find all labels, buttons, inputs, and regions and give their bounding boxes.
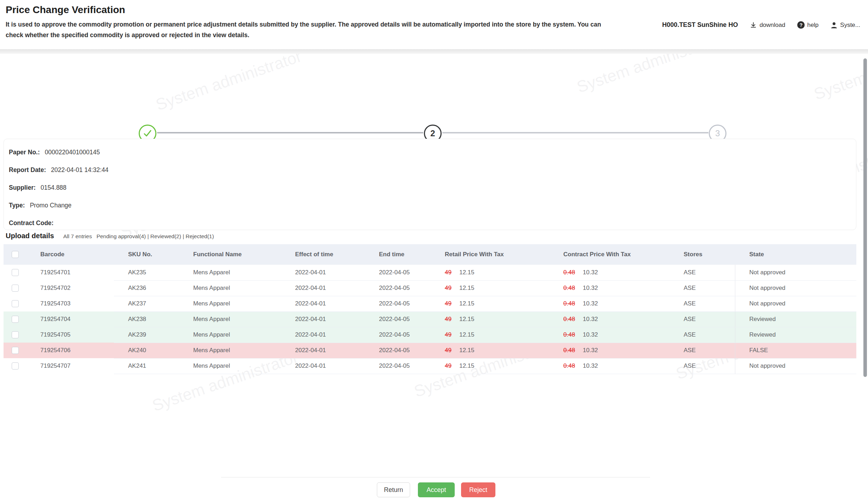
col-contract-price: Contract Price With Tax [549, 244, 669, 265]
retail-old-price: 49 [445, 316, 452, 322]
row-checkbox[interactable] [12, 269, 19, 276]
cell-stores: ASE [669, 296, 735, 311]
filter-all[interactable]: All 7 entries [63, 233, 92, 239]
field-label: Supplier: [9, 184, 36, 191]
page-header: Price Change Verification It is used to … [0, 0, 868, 49]
return-button[interactable]: Return [377, 482, 410, 497]
download-button[interactable]: download [750, 22, 785, 29]
retail-new-price: 12.15 [459, 285, 475, 291]
row-checkbox[interactable] [12, 300, 19, 307]
cell-effect-of-time: 2022-04-01 [281, 280, 365, 296]
field-contract-code: Contract Code: [9, 214, 856, 232]
cell-effect-of-time: 2022-04-01 [281, 311, 365, 327]
approval-stepper: 2 3 Pending approval In progress Purchas… [0, 54, 868, 138]
user-menu[interactable]: Syste... [830, 22, 860, 29]
cell-state: Not approved [735, 280, 856, 296]
upload-details-table: Barcode SKU No. Functional Name Effect o… [4, 244, 856, 374]
cell-stores: ASE [669, 311, 735, 327]
contract-new-price: 10.32 [583, 331, 598, 338]
price-change-verification-page: System administrator System administrato… [0, 0, 868, 504]
cell-functional-name: Mens Apparel [179, 327, 281, 343]
col-functional-name: Functional Name [179, 244, 281, 265]
cell-barcode: 719254701 [26, 265, 114, 280]
retail-new-price: 12.15 [459, 269, 475, 276]
col-barcode: Barcode [26, 244, 114, 265]
field-value: Promo Change [30, 202, 71, 209]
org-name: H000.TEST SunShine HO [662, 21, 738, 29]
filter-states[interactable]: Pending approval(4) | Reviewed(2) | Reje… [97, 233, 214, 239]
document-info-card: Paper No.: 0000220401000145 Report Date:… [4, 139, 856, 230]
col-end-time: End time [365, 244, 431, 265]
page-description: It is used to approve the commodity prom… [6, 19, 614, 40]
accept-button[interactable]: Accept [418, 482, 455, 497]
vertical-scrollbar[interactable] [863, 58, 867, 377]
row-checkbox[interactable] [12, 316, 19, 323]
cell-sku: AK241 [114, 358, 179, 374]
retail-old-price: 49 [445, 300, 452, 307]
upload-details-bar: Upload details All 7 entries Pending app… [6, 232, 214, 240]
cell-contract-price: 0.4810.32 [549, 311, 669, 327]
cell-sku: AK237 [114, 296, 179, 311]
cell-contract-price: 0.4810.32 [549, 358, 669, 374]
retail-new-price: 12.15 [459, 362, 475, 369]
contract-old-price: 0.48 [563, 269, 575, 276]
row-checkbox[interactable] [12, 331, 19, 338]
page-title: Price Change Verification [6, 4, 125, 16]
cell-stores: ASE [669, 343, 735, 358]
cell-barcode: 719254702 [26, 280, 114, 296]
cell-functional-name: Mens Apparel [179, 358, 281, 374]
field-label: Type: [9, 202, 25, 209]
table-row: 719254707 AK241 Mens Apparel 2022-04-01 … [4, 358, 856, 374]
cell-state: FALSE [735, 343, 856, 358]
cell-end-time: 2022-04-05 [365, 311, 431, 327]
retail-old-price: 49 [445, 362, 452, 369]
cell-end-time: 2022-04-05 [365, 296, 431, 311]
field-value: 0000220401000145 [45, 149, 100, 156]
contract-new-price: 10.32 [583, 362, 598, 369]
cell-end-time: 2022-04-05 [365, 327, 431, 343]
row-checkbox[interactable] [12, 347, 19, 354]
cell-retail-price: 4912.15 [431, 280, 549, 296]
cell-barcode: 719254707 [26, 358, 114, 374]
table-row: 719254703 AK237 Mens Apparel 2022-04-01 … [4, 296, 856, 311]
col-state: State [735, 244, 856, 265]
cell-effect-of-time: 2022-04-01 [281, 327, 365, 343]
cell-state: Reviewed [735, 327, 856, 343]
reject-button[interactable]: Reject [461, 482, 495, 497]
select-all-checkbox[interactable] [12, 251, 19, 258]
col-retail-price: Retail Price With Tax [431, 244, 549, 265]
table-row: 719254705 AK239 Mens Apparel 2022-04-01 … [4, 327, 856, 343]
cell-state: Reviewed [735, 311, 856, 327]
field-label: Report Date: [9, 166, 46, 174]
cell-contract-price: 0.4810.32 [549, 343, 669, 358]
cell-stores: ASE [669, 265, 735, 280]
retail-new-price: 12.15 [459, 300, 475, 307]
cell-state: Not approved [735, 358, 856, 374]
row-checkbox[interactable] [12, 362, 19, 370]
cell-barcode: 719254705 [26, 327, 114, 343]
cell-retail-price: 4912.15 [431, 296, 549, 311]
upload-details-title: Upload details [6, 232, 54, 240]
field-label: Contract Code: [9, 219, 53, 227]
table-row: 719254704 AK238 Mens Apparel 2022-04-01 … [4, 311, 856, 327]
header-actions: H000.TEST SunShine HO download ? help Sy… [662, 21, 860, 29]
retail-old-price: 49 [445, 331, 452, 338]
cell-stores: ASE [669, 280, 735, 296]
download-icon [750, 22, 757, 29]
cell-effect-of-time: 2022-04-01 [281, 296, 365, 311]
contract-new-price: 10.32 [583, 269, 598, 276]
contract-old-price: 0.48 [563, 300, 575, 307]
cell-retail-price: 4912.15 [431, 311, 549, 327]
cell-state: Not approved [735, 296, 856, 311]
stepper-connector-1 [157, 132, 423, 133]
cell-functional-name: Mens Apparel [179, 296, 281, 311]
retail-old-price: 49 [445, 269, 452, 276]
help-button[interactable]: ? help [797, 21, 818, 29]
col-stores: Stores [669, 244, 735, 265]
cell-functional-name: Mens Apparel [179, 265, 281, 280]
cell-contract-price: 0.4810.32 [549, 280, 669, 296]
cell-sku: AK239 [114, 327, 179, 343]
table-header-row: Barcode SKU No. Functional Name Effect o… [4, 244, 856, 265]
row-checkbox[interactable] [12, 285, 19, 292]
contract-new-price: 10.32 [583, 285, 598, 291]
